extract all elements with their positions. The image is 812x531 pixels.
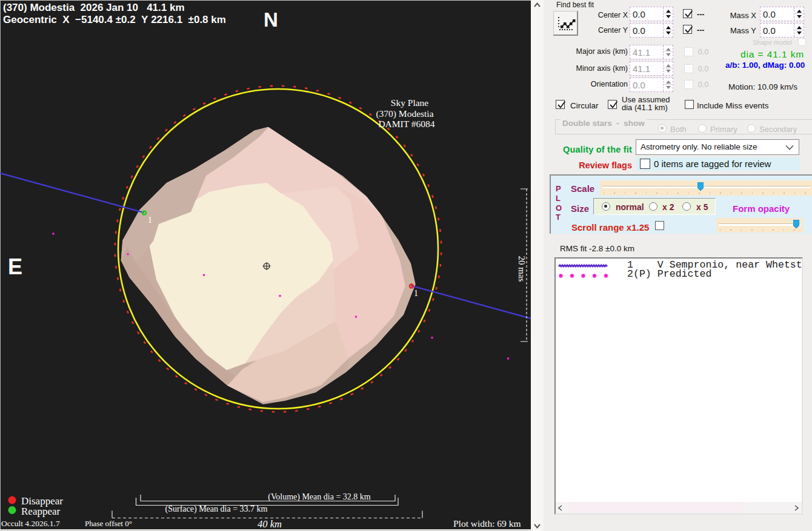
svg-text:DAMIT #6084: DAMIT #6084 [378, 119, 434, 129]
svg-text:40 km: 40 km [258, 518, 282, 529]
svg-text:20 mas: 20 mas [517, 256, 527, 282]
svg-text:Phase offset 0°: Phase offset 0° [85, 519, 132, 528]
svg-text:E: E [8, 254, 22, 279]
svg-text:N: N [264, 8, 278, 31]
svg-text:(Surface) Mean dia = 33.7 km: (Surface) Mean dia = 33.7 km [165, 504, 268, 514]
svg-text:(370) Modestia: (370) Modestia [376, 108, 433, 119]
svg-text:1: 1 [414, 289, 418, 298]
svg-text:(Volume) Mean dia = 32.8 km: (Volume) Mean dia = 32.8 km [268, 492, 370, 502]
svg-text:2: 2 [281, 300, 285, 309]
svg-text:1: 1 [148, 216, 152, 225]
svg-text:Sky Plane: Sky Plane [391, 97, 429, 108]
svg-text:Plot width: 69 km: Plot width: 69 km [453, 518, 521, 529]
svg-text:(370) Modestia 2026 Jan 10: (370) Modestia 2026 Jan 10 41.1 km [3, 2, 185, 13]
svg-text:Geocentric X −5140.4 ±0.2 Y: Geocentric X −5140.4 ±0.2 Y 2216.1 ±0.8 … [3, 14, 226, 25]
svg-text:Reappear: Reappear [21, 506, 61, 517]
svg-text:Occult 4.2026.1.7: Occult 4.2026.1.7 [1, 519, 60, 528]
